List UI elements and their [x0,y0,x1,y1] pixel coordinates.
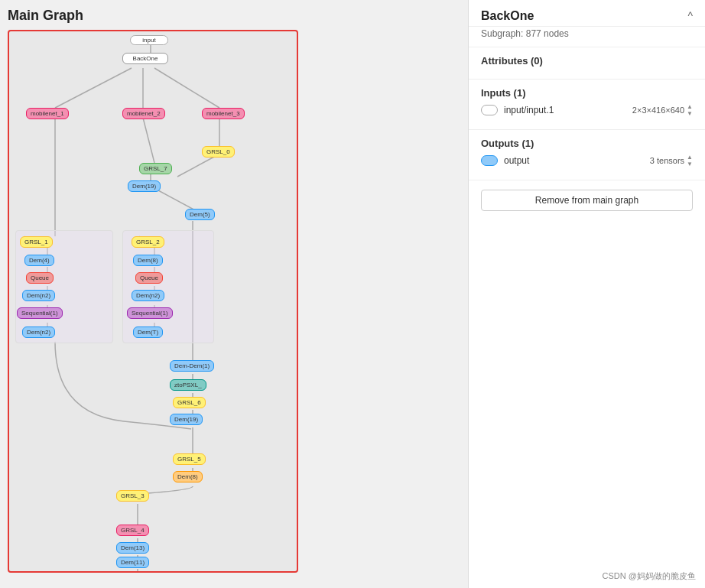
right-panel: BackOne ^ Subgraph: 877 nodes Attributes… [468,0,705,588]
node-dem4[interactable]: Dem(4) [24,255,54,266]
output-value-0: 3 tensors ▲ ▼ [650,154,693,167]
node-queue-right[interactable]: Queue [135,272,163,284]
input-value-0: 2×3×416×640 ▲ ▼ [632,103,693,117]
main-graph-title: Main Graph [8,8,460,24]
node-seq-right[interactable]: Sequential(1) [127,307,173,319]
node-dem8-lower[interactable]: Dem(8) [173,471,203,482]
output-spinner-0[interactable]: ▲ ▼ [687,154,693,167]
input-node-top[interactable]: input [130,35,168,45]
input-spinner-0[interactable]: ▲ ▼ [687,103,693,117]
remove-from-main-graph-button[interactable]: Remove from main graph [481,190,693,211]
panel-header: BackOne ^ [469,0,705,27]
svg-line-9 [158,190,197,211]
node-mobilenet-3[interactable]: mobilenet_3 [202,108,245,119]
node-grsl0[interactable]: GRSL_0 [202,146,235,158]
node-grsl7[interactable]: GRSL_7 [139,163,172,174]
inputs-title: Inputs (1) [481,87,693,99]
node-queue-left[interactable]: Queue [26,272,54,284]
node-dem19-top[interactable]: Dem(19) [128,180,161,192]
svg-line-1 [55,68,132,108]
output-name-0: output [504,155,644,166]
node-dem8[interactable]: Dem(8) [133,255,163,266]
input-icon-0 [481,105,498,115]
node-demn2-right[interactable]: Dem(n2) [132,290,164,301]
input-name-0: input/input.1 [504,105,626,115]
node-grsl3[interactable]: GRSL_3 [116,490,149,502]
watermark: CSDN @妈妈做的脆皮鱼 [603,570,696,582]
node-dem19-lower[interactable]: Dem(19) [170,414,203,425]
svg-line-5 [177,156,216,177]
panel-subtitle: Subgraph: 877 nodes [469,27,705,47]
chevron-up-icon[interactable]: ^ [687,10,693,22]
node-backone[interactable]: BackOne [122,53,168,64]
node-dem13[interactable]: Dem(13) [116,542,149,554]
node-mobilenet-1[interactable]: mobilenet_1 [26,108,69,119]
panel-title: BackOne [481,9,534,23]
output-spinner-down[interactable]: ▼ [687,161,693,167]
node-dem11[interactable]: Dem(11) [116,557,149,568]
node-dem5[interactable]: Dem(5) [185,209,215,220]
outputs-section: Outputs (1) output 3 tensors ▲ ▼ [469,130,705,180]
svg-line-7 [143,118,154,163]
output-row-0: output 3 tensors ▲ ▼ [481,154,693,167]
node-mobilenet-2[interactable]: mobilenet_2 [122,108,165,119]
node-grsl5[interactable]: GRSL_5 [173,453,206,465]
node-seq-left[interactable]: Sequential(1) [17,307,63,319]
attributes-title: Attributes (0) [481,55,693,67]
svg-line-3 [154,68,219,108]
main-graph-panel: Main Graph [0,0,468,588]
node-grsl4[interactable]: GRSL_4 [116,525,149,536]
inputs-section: Inputs (1) input/input.1 2×3×416×640 ▲ ▼ [469,80,705,130]
outputs-title: Outputs (1) [481,138,693,149]
node-grsl2[interactable]: GRSL_2 [132,236,164,248]
node-ztopsxl[interactable]: ztoPSXL_ [170,379,206,391]
spinner-up[interactable]: ▲ [687,103,693,110]
graph-canvas[interactable]: input BackOne mobilenet_1 mobilenet_2 mo… [8,30,298,573]
node-demn2-left[interactable]: Dem(n2) [22,290,55,301]
output-spinner-up[interactable]: ▲ [687,154,693,161]
attributes-section: Attributes (0) [469,47,705,80]
input-row-0: input/input.1 2×3×416×640 ▲ ▼ [481,103,693,117]
node-grsl1[interactable]: GRSL_1 [20,236,53,248]
spinner-down[interactable]: ▼ [687,110,693,117]
node-grsl6[interactable]: GRSL_6 [173,397,206,408]
node-demn2-left2[interactable]: Dem(n2) [22,326,55,338]
node-dem-dem1[interactable]: Dem-Dem(1) [170,360,214,372]
node-demt[interactable]: Dem(T) [133,326,163,338]
output-icon-0 [481,155,498,166]
